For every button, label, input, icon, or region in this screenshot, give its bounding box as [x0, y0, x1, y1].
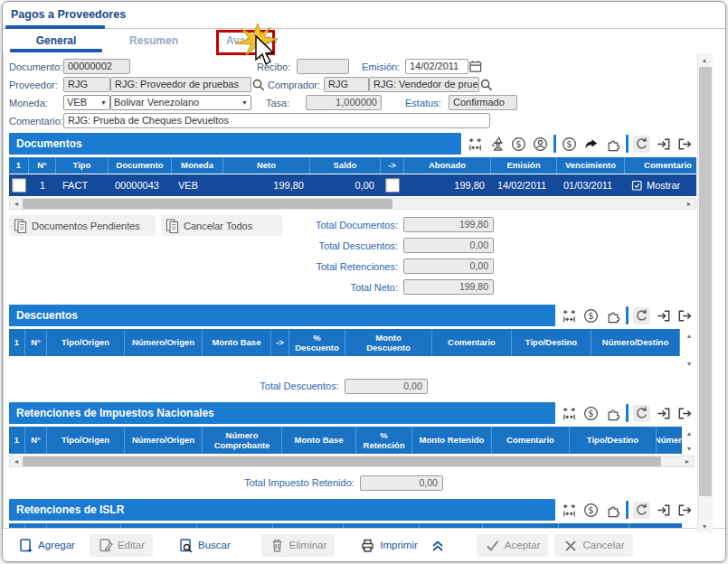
cancelar-todos-button[interactable]: Cancelar Todos: [161, 215, 282, 236]
comprador-name-field[interactable]: RJG: Vendedor de prueba: [369, 77, 479, 92]
resize-columns-icon[interactable]: [467, 136, 484, 153]
tasa-field[interactable]: 1,000000: [306, 95, 382, 110]
export-icon[interactable]: [676, 307, 694, 324]
resize-columns-icon[interactable]: [561, 502, 578, 519]
export-icon[interactable]: [676, 502, 694, 519]
agregar-button[interactable]: Agregar: [10, 534, 83, 557]
col-header[interactable]: Tipo/Origen: [47, 427, 125, 454]
col-header[interactable]: Número/Destino: [657, 427, 682, 454]
scroll-left-icon[interactable]: ◄: [10, 199, 23, 209]
documento-table-row-selected[interactable]: 1 FACT 00000043 VEB 199,80 0,00 199,80 1…: [9, 174, 696, 196]
proveedor-name-field[interactable]: RJG: Proveedor de pruebas: [110, 77, 251, 92]
forward-arrow-icon[interactable]: [582, 136, 600, 153]
col-header[interactable]: Saldo: [310, 157, 381, 174]
comprador-search-icon[interactable]: [479, 77, 494, 92]
puzzle-icon[interactable]: [604, 136, 621, 153]
col-header[interactable]: Moneda: [172, 157, 223, 174]
abonar-checkbox[interactable]: [385, 178, 400, 193]
col-header[interactable]: % Descuento: [289, 329, 345, 356]
row-select-checkbox[interactable]: [12, 178, 26, 193]
puzzle-icon[interactable]: [604, 307, 621, 324]
scroll-track[interactable]: [23, 199, 683, 209]
col-header[interactable]: Documento: [109, 157, 172, 174]
col-header[interactable]: Número/Destino: [591, 329, 680, 356]
col-header[interactable]: Número/Origen: [125, 427, 203, 454]
scroll-up-icon[interactable]: ▲: [698, 53, 711, 66]
col-header[interactable]: % Retención: [356, 427, 412, 454]
export-icon[interactable]: [676, 405, 694, 422]
col-header[interactable]: Monto Base: [282, 427, 356, 454]
scroll-left-icon[interactable]: ◄: [10, 456, 23, 466]
col-header[interactable]: ->: [381, 157, 404, 174]
col-header[interactable]: Monto Retenido: [412, 427, 492, 454]
tab-resumen[interactable]: Resumen: [105, 29, 203, 52]
dollar-circle-icon[interactable]: [582, 502, 600, 519]
col-header[interactable]: Neto: [223, 157, 310, 174]
col-header[interactable]: 1: [9, 329, 25, 356]
documento-field[interactable]: 00000002: [63, 59, 130, 74]
comprador-code-field[interactable]: RJG: [324, 77, 369, 92]
scroll-track[interactable]: [23, 456, 681, 466]
import-icon[interactable]: [655, 136, 672, 153]
eliminar-button[interactable]: Eliminar: [261, 534, 336, 557]
col-header[interactable]: N°: [29, 157, 56, 174]
editar-button[interactable]: Editar: [90, 534, 153, 557]
dollar-circle-icon[interactable]: [582, 307, 600, 324]
col-header[interactable]: Número/Origen: [125, 329, 203, 356]
calendar-icon[interactable]: [468, 59, 483, 74]
buscar-button[interactable]: Buscar: [170, 534, 239, 557]
col-header[interactable]: Número Comprobante: [203, 427, 282, 454]
col-header[interactable]: Monto Base: [203, 329, 271, 356]
imprimir-button[interactable]: Imprimir: [352, 534, 426, 557]
refresh-icon[interactable]: [633, 405, 650, 422]
recibo-field[interactable]: [297, 59, 349, 74]
resize-columns-icon[interactable]: [561, 307, 578, 324]
dollar-circle-icon[interactable]: [510, 136, 527, 153]
comentario-field[interactable]: RJG: Prueba de Cheques Devueltos: [63, 113, 490, 128]
col-header[interactable]: Tipo/Destino: [512, 329, 591, 356]
col-header[interactable]: Tipo/Destino: [570, 427, 657, 454]
col-header[interactable]: Monto Descuento: [345, 329, 432, 356]
moneda-code-select[interactable]: VEB▼: [63, 95, 110, 110]
dollar-circle-icon[interactable]: [561, 136, 578, 153]
import-icon[interactable]: [655, 502, 672, 519]
col-header[interactable]: Tipo/Origen: [47, 329, 125, 356]
collapse-toolbar-icon[interactable]: [430, 538, 446, 553]
dollar-circle-icon[interactable]: [582, 405, 600, 422]
col-header[interactable]: Comentario: [625, 157, 696, 174]
refresh-icon[interactable]: [633, 136, 650, 153]
documentos-pendientes-button[interactable]: Documentos Pendientes: [9, 215, 156, 236]
resize-columns-icon[interactable]: [561, 405, 578, 422]
user-circle-icon[interactable]: [532, 136, 549, 153]
puzzle-icon[interactable]: [604, 405, 621, 422]
scroll-right-icon[interactable]: ►: [683, 199, 695, 209]
refresh-icon[interactable]: [633, 307, 650, 324]
col-header[interactable]: ->: [271, 329, 289, 356]
col-header[interactable]: Vencimiento: [557, 157, 625, 174]
col-header[interactable]: 1: [9, 157, 29, 174]
cancelar-button[interactable]: Cancelar: [554, 534, 632, 557]
scroll-thumb[interactable]: [699, 67, 712, 496]
aceptar-button[interactable]: Aceptar: [477, 534, 549, 557]
estatus-field[interactable]: Confirmado: [449, 95, 517, 110]
col-header[interactable]: Tipo: [56, 157, 109, 174]
scroll-thumb[interactable]: [23, 456, 661, 466]
puzzle-icon[interactable]: [604, 502, 621, 519]
scroll-right-icon[interactable]: ►: [681, 456, 694, 466]
col-header[interactable]: Comentario: [492, 427, 570, 454]
col-header[interactable]: Abonado: [404, 157, 491, 174]
scroll-up-icon[interactable]: ▲: [683, 428, 695, 438]
proveedor-code-field[interactable]: RJG: [63, 77, 110, 92]
import-icon[interactable]: [655, 405, 672, 422]
moneda-name-select[interactable]: Bolivar Venezolano▼: [110, 95, 251, 110]
window-title-tab[interactable]: Pagos a Proveedores: [11, 8, 126, 21]
proveedor-search-icon[interactable]: [251, 77, 266, 92]
refresh-icon[interactable]: [633, 502, 650, 519]
emision-field[interactable]: 14/02/2011: [405, 59, 468, 74]
col-header[interactable]: Comentario: [432, 329, 512, 356]
scroll-down-icon[interactable]: ▼: [683, 444, 695, 454]
scroll-up-icon[interactable]: ▲: [683, 331, 695, 341]
col-header[interactable]: 1: [9, 427, 25, 454]
col-header[interactable]: N°: [25, 329, 47, 356]
scroll-thumb[interactable]: [23, 199, 392, 209]
